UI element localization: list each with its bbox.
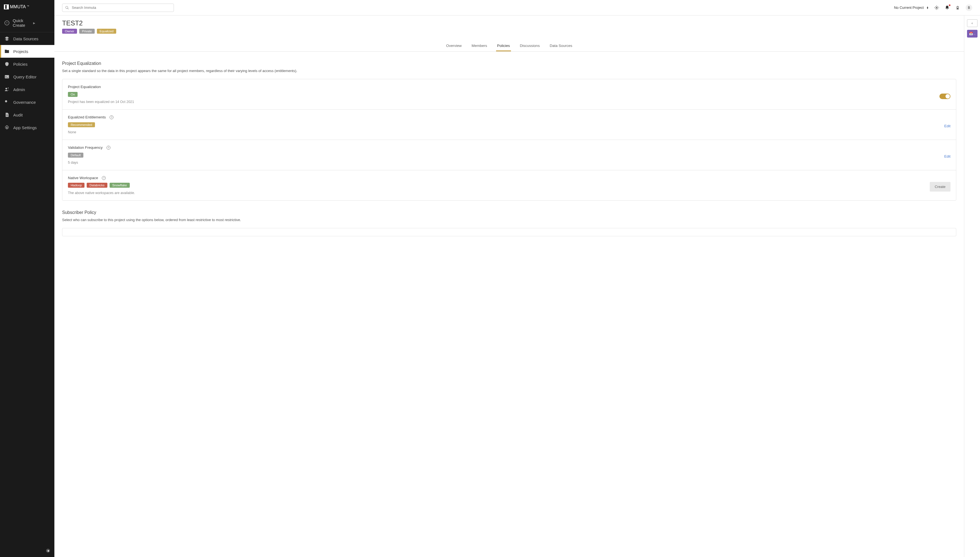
- sidebar-item-policies[interactable]: Policies: [0, 58, 54, 70]
- page-title: TEST2: [62, 20, 116, 27]
- recommended-badge: Recommended: [68, 122, 95, 127]
- search-input[interactable]: [72, 5, 171, 10]
- entitlements-title: Equalized Entitlements: [68, 115, 106, 119]
- on-badge: On: [68, 92, 78, 97]
- project-selector[interactable]: No Current Project ▲▼: [894, 5, 929, 10]
- equalization-section-desc: Set a single standard so the data in thi…: [62, 69, 956, 73]
- tab-discussions[interactable]: Discussions: [519, 41, 541, 51]
- tab-overview[interactable]: Overview: [445, 41, 463, 51]
- avatar-initial: B: [968, 6, 970, 10]
- workspace-title: Native Workspace: [68, 176, 98, 180]
- tab-data-sources[interactable]: Data Sources: [549, 41, 573, 51]
- folder-icon: [5, 49, 10, 54]
- nav-label: App Settings: [13, 125, 37, 130]
- quick-create-label: Quick Create: [13, 18, 30, 28]
- entitlements-note: None: [68, 130, 944, 134]
- validation-edit-button[interactable]: Edit: [944, 154, 951, 158]
- search-box[interactable]: [62, 3, 174, 12]
- key-icon: [5, 99, 10, 104]
- search-icon: [65, 6, 69, 10]
- nav-label: Policies: [13, 62, 28, 67]
- sidebar-item-query-editor[interactable]: Query Editor: [0, 70, 54, 83]
- svg-point-1: [5, 88, 7, 90]
- help-icon[interactable]: ?: [110, 116, 114, 119]
- logo-mark-icon: [4, 5, 9, 10]
- right-rail: ‹ 📅 …: [964, 15, 980, 557]
- ellipsis-icon: …: [973, 32, 975, 35]
- snowflake-badge: Snowflake: [110, 183, 130, 188]
- svg-point-3: [7, 127, 8, 129]
- terminal-icon: [5, 74, 10, 79]
- tabs: Overview Members Policies Discussions Da…: [54, 41, 964, 52]
- workspace-create-button[interactable]: Create: [930, 182, 951, 192]
- equalization-row: Project Equalization On Project has been…: [62, 79, 956, 109]
- notifications-button[interactable]: [945, 5, 950, 10]
- nav-label: Audit: [13, 112, 23, 117]
- users-icon: [5, 87, 10, 92]
- sidebar-item-projects[interactable]: Projects: [0, 45, 54, 58]
- tab-policies[interactable]: Policies: [496, 41, 511, 51]
- gear-icon: [5, 125, 10, 130]
- svg-point-4: [66, 6, 68, 8]
- validation-row: Validation Frequency ? Default 5 days Ed…: [62, 140, 956, 170]
- svg-rect-0: [5, 75, 9, 78]
- settings-gear-icon[interactable]: [934, 5, 939, 10]
- logo-text: MMUTA: [10, 5, 26, 10]
- default-badge: Default: [68, 153, 83, 158]
- rail-calendar-button[interactable]: 📅 …: [967, 30, 978, 37]
- help-icon[interactable]: ?: [102, 176, 106, 180]
- rail-collapse-button[interactable]: ‹: [967, 20, 978, 27]
- quick-create-button[interactable]: + Quick Create ▶: [0, 14, 54, 32]
- databricks-badge: Databricks: [87, 183, 107, 188]
- equalization-toggle[interactable]: [939, 94, 951, 99]
- shield-icon: [5, 62, 10, 67]
- topbar: No Current Project ▲▼ B: [54, 0, 980, 15]
- private-badge: Private: [79, 29, 95, 34]
- chevron-right-icon: ▶: [33, 21, 50, 24]
- svg-point-5: [936, 7, 938, 8]
- sidebar-item-admin[interactable]: Admin: [0, 83, 54, 96]
- layers-icon: [5, 36, 10, 41]
- nav-label: Governance: [13, 100, 36, 104]
- nav-label: Admin: [13, 87, 25, 92]
- sidebar-item-app-settings[interactable]: App Settings: [0, 121, 54, 134]
- sidebar-item-audit[interactable]: Audit: [0, 109, 54, 121]
- workspace-row: Native Workspace ? Hadoop Databricks Sno…: [62, 170, 956, 200]
- hadoop-badge: Hadoop: [68, 183, 85, 188]
- battery-icon[interactable]: [955, 5, 960, 10]
- doc-icon: [5, 112, 10, 117]
- calendar-icon: 📅: [969, 32, 973, 36]
- nav-label: Query Editor: [13, 75, 36, 79]
- equalization-row-title: Project Equalization: [68, 85, 101, 89]
- nav-label: Data Sources: [13, 36, 38, 41]
- collapse-sidebar-button[interactable]: ◀: [46, 549, 50, 552]
- main-content: TEST2 Owner Private Equalized Overview M…: [54, 15, 964, 557]
- main-nav: Data Sources Projects Policies Query Edi…: [0, 32, 54, 543]
- entitlements-edit-button[interactable]: Edit: [944, 124, 951, 128]
- entitlements-row: Equalized Entitlements ? Recommended Non…: [62, 109, 956, 140]
- sidebar-item-data-sources[interactable]: Data Sources: [0, 32, 54, 45]
- equalization-section-title: Project Equalization: [62, 61, 956, 66]
- chevron-left-icon: ‹: [972, 21, 973, 25]
- project-selector-label: No Current Project: [894, 5, 924, 10]
- validation-title: Validation Frequency: [68, 145, 103, 150]
- sidebar: MMUTA ™ + Quick Create ▶ Data Sources Pr…: [0, 0, 54, 557]
- sidebar-footer: ◀: [0, 543, 54, 557]
- owner-badge: Owner: [62, 29, 77, 34]
- workspace-note: The above native workspaces are availabl…: [68, 191, 930, 195]
- subscriber-section-title: Subscriber Policy: [62, 210, 956, 215]
- svg-rect-7: [957, 6, 958, 7]
- user-avatar[interactable]: B: [965, 5, 972, 11]
- help-icon[interactable]: ?: [107, 146, 111, 150]
- svg-rect-8: [957, 8, 958, 9]
- notification-dot-icon: [949, 5, 951, 6]
- equalized-badge: Equalized: [97, 29, 117, 34]
- sidebar-item-governance[interactable]: Governance: [0, 96, 54, 109]
- logo[interactable]: MMUTA ™: [0, 0, 54, 14]
- tab-members[interactable]: Members: [470, 41, 488, 51]
- nav-label: Projects: [13, 49, 28, 54]
- plus-circle-icon: +: [5, 20, 10, 25]
- logo-trademark: ™: [27, 5, 29, 7]
- subscriber-section-desc: Select who can subscribe to this project…: [62, 218, 956, 222]
- svg-point-2: [5, 100, 7, 103]
